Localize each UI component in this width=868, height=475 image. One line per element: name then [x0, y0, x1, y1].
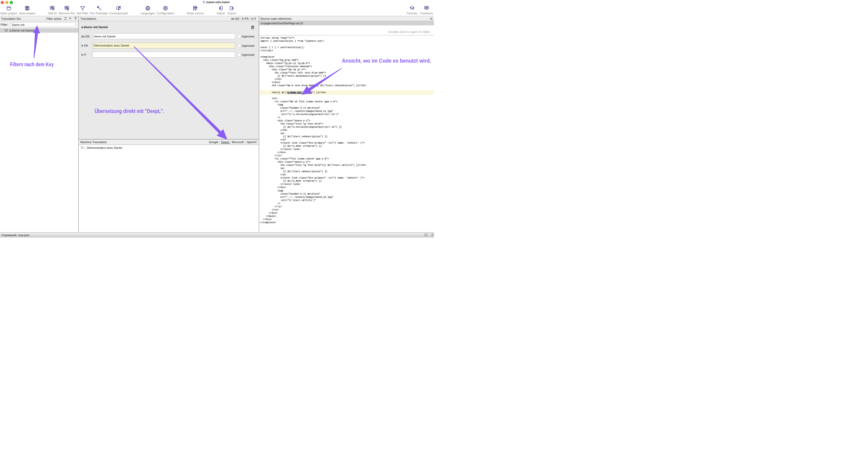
svg-text:b: b [203, 1, 205, 3]
